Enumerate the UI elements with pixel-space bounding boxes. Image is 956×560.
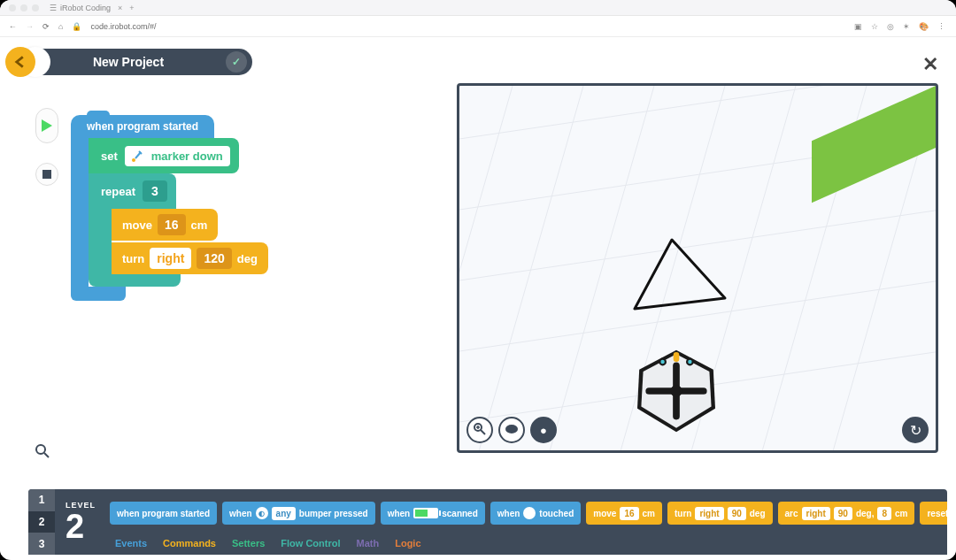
reload-arrow-icon: ↻ bbox=[910, 422, 921, 439]
palette-turn[interactable]: turn right 90 deg bbox=[667, 502, 773, 525]
ext4-icon[interactable]: 🎨 bbox=[919, 22, 929, 31]
repeat-count-field[interactable]: 3 bbox=[143, 180, 167, 202]
palette-blocks-row[interactable]: when program started when ◐ any bumper p… bbox=[106, 489, 947, 532]
cat-flow-control[interactable]: Flow Control bbox=[281, 538, 340, 548]
svg-point-24 bbox=[660, 360, 664, 364]
level-number: 2 bbox=[66, 510, 96, 543]
search-button[interactable] bbox=[35, 444, 50, 461]
ext3-icon[interactable]: ✶ bbox=[903, 22, 910, 31]
stop-button[interactable] bbox=[35, 163, 58, 186]
home-icon[interactable]: ⌂ bbox=[58, 22, 63, 31]
cat-logic[interactable]: Logic bbox=[395, 538, 420, 548]
reset-sim-button[interactable]: ↻ bbox=[902, 417, 929, 443]
pb-unit: cm bbox=[895, 509, 907, 518]
move-unit: cm bbox=[191, 219, 208, 232]
level-2-button[interactable]: 2 bbox=[28, 511, 55, 533]
menu-icon[interactable]: ⋮ bbox=[937, 22, 945, 31]
stop-icon bbox=[42, 170, 51, 179]
level-3-button[interactable]: 3 bbox=[28, 533, 55, 555]
star-icon[interactable]: ☆ bbox=[871, 22, 878, 31]
url-text: code.irobot.com/#/ bbox=[90, 22, 156, 31]
lock-icon: 🔒 bbox=[72, 22, 81, 31]
repeat-body bbox=[89, 209, 112, 276]
when-started-label: when program started bbox=[87, 120, 198, 133]
svg-point-32 bbox=[505, 425, 518, 433]
cat-setters[interactable]: Setters bbox=[232, 538, 265, 548]
move-block[interactable]: move 16 cm bbox=[112, 209, 218, 241]
zoom-button[interactable] bbox=[466, 417, 493, 443]
traffic-lights[interactable] bbox=[9, 4, 39, 12]
palette-when-scanned[interactable]: when scanned bbox=[381, 502, 485, 525]
ext2-icon[interactable]: ◎ bbox=[887, 22, 894, 31]
tab-title: iRobot Coding bbox=[60, 4, 111, 12]
robot-sprite[interactable] bbox=[628, 342, 725, 440]
ext1-icon[interactable]: ▣ bbox=[854, 22, 862, 31]
simulator-viewport[interactable]: ● ↻ bbox=[457, 83, 938, 453]
window-titlebar: ☰ iRobot Coding × + bbox=[0, 0, 956, 16]
palette-when-bumper[interactable]: when ◐ any bumper pressed bbox=[222, 502, 375, 525]
svg-point-2 bbox=[132, 158, 135, 162]
pb-param: 90 bbox=[834, 507, 852, 520]
set-marker-block[interactable]: set marker down bbox=[89, 138, 239, 173]
move-value-field[interactable]: 16 bbox=[158, 214, 186, 235]
reload-icon[interactable]: ⟳ bbox=[42, 22, 50, 31]
palette-when-started[interactable]: when program started bbox=[110, 502, 217, 525]
sync-badge[interactable]: ✓ bbox=[226, 51, 247, 73]
repeat-block[interactable]: repeat 3 bbox=[89, 173, 176, 209]
palette-reset-nav[interactable]: reset navigation bbox=[920, 502, 947, 525]
turn-unit: deg bbox=[237, 252, 258, 265]
follow-robot-button[interactable] bbox=[498, 417, 525, 443]
zoom-in-icon bbox=[474, 423, 486, 438]
pb-unit: deg bbox=[750, 509, 766, 518]
pb-suffix: scanned bbox=[442, 509, 478, 518]
cat-events[interactable]: Events bbox=[115, 538, 147, 548]
pb-prefix: when bbox=[497, 509, 520, 518]
turn-block[interactable]: turn right 120 deg bbox=[112, 242, 268, 274]
palette-when-touched[interactable]: when touched bbox=[490, 502, 581, 525]
globe-check-icon: ✓ bbox=[232, 56, 241, 68]
svg-marker-17 bbox=[635, 240, 725, 309]
magnifier-icon bbox=[35, 444, 50, 458]
nav-back-icon[interactable]: ← bbox=[9, 22, 17, 31]
view-mode-button[interactable]: ● bbox=[530, 417, 557, 443]
play-icon bbox=[42, 119, 52, 132]
run-button[interactable] bbox=[35, 108, 58, 143]
block-palette: 1 2 3 LEVEL 2 when program started when … bbox=[28, 489, 947, 555]
marker-down-icon bbox=[130, 150, 144, 164]
new-tab-button[interactable]: + bbox=[129, 4, 134, 12]
repeat-foot bbox=[89, 272, 181, 287]
pb-param: right bbox=[802, 507, 830, 520]
pb-prefix: when bbox=[388, 509, 411, 518]
repeat-label: repeat bbox=[101, 185, 135, 198]
pb-label: turn bbox=[675, 509, 691, 518]
turn-dir-field[interactable]: right bbox=[150, 248, 191, 269]
turn-label: turn bbox=[122, 252, 144, 265]
level-display: LEVEL 2 bbox=[55, 489, 106, 555]
palette-arc[interactable]: arc right 90 deg, 8 cm bbox=[778, 502, 915, 525]
category-tabs: Events Commands Setters Flow Control Mat… bbox=[106, 532, 947, 555]
pb-param: any bbox=[272, 507, 296, 520]
svg-line-5 bbox=[457, 86, 513, 453]
pb-param: 16 bbox=[620, 507, 638, 520]
set-label: set bbox=[101, 150, 118, 163]
close-panel-button[interactable]: ✕ bbox=[922, 53, 938, 76]
svg-line-4 bbox=[44, 453, 49, 457]
level-selector: 1 2 3 bbox=[28, 489, 55, 555]
cat-commands[interactable]: Commands bbox=[163, 538, 216, 548]
pb-label: reset navigation bbox=[927, 509, 947, 518]
palette-move[interactable]: move 16 cm bbox=[586, 502, 662, 525]
svg-line-29 bbox=[481, 430, 485, 434]
address-bar[interactable]: ← → ⟳ ⌂ 🔒 code.irobot.com/#/ ▣ ☆ ◎ ✶ 🎨 ⋮ bbox=[0, 16, 956, 37]
event-when-started-block[interactable]: when program started bbox=[71, 115, 214, 138]
level-1-button[interactable]: 1 bbox=[28, 489, 55, 511]
nav-forward-icon: → bbox=[26, 22, 34, 31]
color-scan-icon bbox=[413, 508, 438, 518]
pb-unit: deg, bbox=[856, 509, 875, 518]
marker-down-chip[interactable]: marker down bbox=[125, 146, 230, 166]
back-button[interactable] bbox=[5, 47, 35, 77]
turn-value-field[interactable]: 120 bbox=[197, 248, 231, 269]
cat-math[interactable]: Math bbox=[357, 538, 380, 548]
tab-close-icon[interactable]: × bbox=[118, 4, 122, 12]
browser-tab[interactable]: ☰ iRobot Coding × bbox=[50, 4, 122, 12]
sensor-icon: ◐ bbox=[256, 507, 268, 519]
